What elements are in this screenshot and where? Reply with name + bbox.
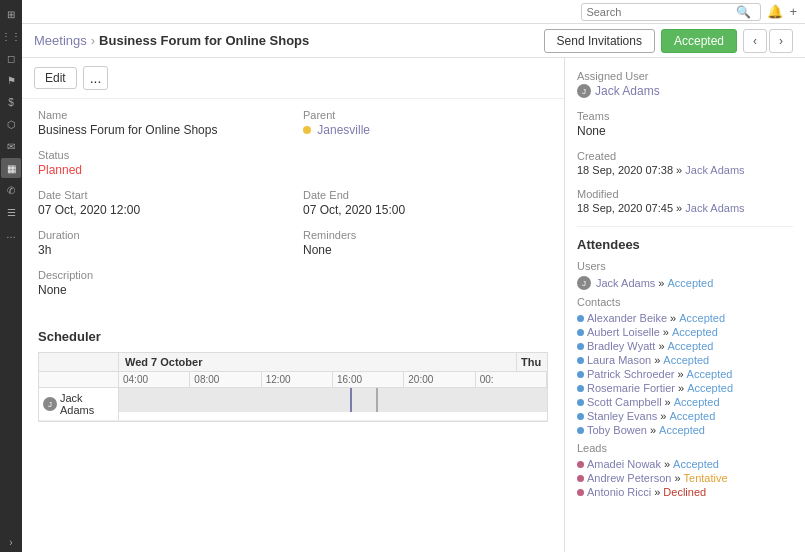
modified-timestamp: 18 Sep, 2020 07:45 » Jack Adams [577,202,793,214]
contact-link[interactable]: Bradley Wyatt [587,340,655,352]
sidebar-flag-icon[interactable]: ⚑ [1,70,21,90]
attendees-title: Attendees [577,237,793,252]
breadcrumb-actions: Send Invitations Accepted ‹ › [544,29,793,53]
sidebar-calendar-icon[interactable]: ▦ [1,158,21,178]
field-group-dates: Date Start 07 Oct, 2020 12:00 Date End 0… [38,189,548,217]
user-sep-jack: » [658,277,664,289]
send-invitations-button[interactable]: Send Invitations [544,29,655,53]
field-date-end: Date End 07 Oct, 2020 15:00 [303,189,548,217]
sidebar-apps-icon[interactable]: ⋮⋮ [1,26,21,46]
teams-value: None [577,124,793,138]
lead-status: Declined [663,486,706,498]
breadcrumb-current: Business Forum for Online Shops [99,33,309,48]
accepted-button[interactable]: Accepted [661,29,737,53]
lead-status: Tentative [684,472,728,484]
search-icon[interactable]: 🔍 [736,5,751,19]
nav-arrows: ‹ › [743,29,793,53]
contact-item: Toby Bowen » Accepted [577,424,793,436]
contact-item: Alexander Beike » Accepted [577,312,793,324]
lead-link[interactable]: Andrew Peterson [587,472,671,484]
contact-link[interactable]: Patrick Schroeder [587,368,674,380]
created-section: Created 18 Sep, 2020 07:38 » Jack Adams [577,150,793,176]
sidebar: ⊞ ⋮⋮ ◻ ⚑ $ ⬡ ✉ ▦ ✆ ☰ … › [0,0,22,552]
add-icon[interactable]: + [789,4,797,19]
contact-link[interactable]: Laura Mason [587,354,651,366]
time-marker-1 [350,388,352,412]
contact-sep: » [660,410,666,422]
assigned-user-label: Assigned User [577,70,793,82]
modified-by-link[interactable]: Jack Adams [685,202,744,214]
contact-sep: » [670,312,676,324]
search-box[interactable]: 🔍 [581,3,761,21]
sidebar-home-icon[interactable]: ⊞ [1,4,21,24]
contact-link[interactable]: Scott Campbell [587,396,662,408]
sidebar-dollar-icon[interactable]: $ [1,92,21,112]
contact-item: Scott Campbell » Accepted [577,396,793,408]
edit-button[interactable]: Edit [34,67,77,89]
notifications-icon[interactable]: 🔔 [767,4,783,19]
contact-status: Accepted [669,410,715,422]
created-date: 18 Sep, 2020 07:38 [577,164,673,176]
assigned-user-section: Assigned User J Jack Adams [577,70,793,98]
contact-dot [577,399,584,406]
sidebar-more-icon[interactable]: … [1,224,21,244]
contact-dot [577,371,584,378]
created-label: Created [577,150,793,162]
contact-dot [577,427,584,434]
modified-date: 18 Sep, 2020 07:45 [577,202,673,214]
duration-value: 3h [38,243,283,257]
field-reminders: Reminders None [303,229,548,257]
parent-value: Janesville [303,123,548,137]
contact-dot [577,329,584,336]
field-name: Name Business Forum for Online Shops [38,109,283,137]
more-options-button[interactable]: ... [83,66,109,90]
field-group-name-parent: Name Business Forum for Online Shops Par… [38,109,548,137]
sidebar-envelope-icon[interactable]: ✉ [1,136,21,156]
date-end-value: 07 Oct, 2020 15:00 [303,203,548,217]
contact-dot [577,413,584,420]
contact-dot [577,357,584,364]
time-slot-5: 00: [476,372,547,387]
contact-sep: » [663,326,669,338]
search-input[interactable] [586,6,736,18]
field-group-duration-reminders: Duration 3h Reminders None [38,229,548,257]
lead-link[interactable]: Antonio Ricci [587,486,651,498]
lead-link[interactable]: Amadei Nowak [587,458,661,470]
main-area: 🔍 🔔 + Meetings › Business Forum for Onli… [22,0,805,552]
sidebar-phone-icon[interactable]: ✆ [1,180,21,200]
contact-status: Accepted [679,312,725,324]
lead-status: Accepted [673,458,719,470]
person-name: Jack Adams [60,392,114,416]
sidebar-briefcase-icon[interactable]: ⬡ [1,114,21,134]
field-group-status: Status Planned [38,149,548,177]
assigned-user-value: J Jack Adams [577,84,793,98]
contact-link[interactable]: Toby Bowen [587,424,647,436]
contact-link[interactable]: Rosemarie Fortier [587,382,675,394]
teams-label: Teams [577,110,793,122]
contact-item: Patrick Schroeder » Accepted [577,368,793,380]
teams-section: Teams None [577,110,793,138]
contact-link[interactable]: Stanley Evans [587,410,657,422]
breadcrumb-parent[interactable]: Meetings [34,33,87,48]
sidebar-tag-icon[interactable]: ◻ [1,48,21,68]
contact-status: Accepted [687,382,733,394]
sidebar-expand-icon[interactable]: › [9,537,12,548]
scheduler-section: Scheduler Wed 7 October Thu 04:00 08:00 [22,319,564,432]
assigned-user-link[interactable]: Jack Adams [595,84,660,98]
contact-link[interactable]: Aubert Loiselle [587,326,660,338]
created-by-link[interactable]: Jack Adams [685,164,744,176]
next-arrow[interactable]: › [769,29,793,53]
contact-link[interactable]: Alexander Beike [587,312,667,324]
parent-link[interactable]: Janesville [317,123,370,137]
sidebar-list-icon[interactable]: ☰ [1,202,21,222]
prev-arrow[interactable]: ‹ [743,29,767,53]
scheduler-title: Scheduler [38,329,548,344]
attendees-divider [577,226,793,227]
topbar: 🔍 🔔 + [22,0,805,24]
breadcrumb-separator: › [91,33,95,48]
contact-status: Accepted [672,326,718,338]
contacts-category-label: Contacts [577,296,793,308]
lead-dot [577,475,584,482]
lead-dot [577,489,584,496]
user-link-jack[interactable]: Jack Adams [596,277,655,289]
